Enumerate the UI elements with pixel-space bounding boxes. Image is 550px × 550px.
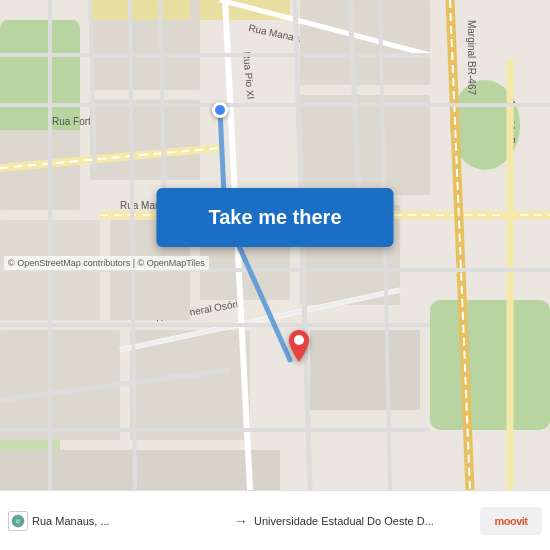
map-container: Rua Manaus Rua Fortaleza Avenida Brasil …: [0, 0, 550, 490]
from-label: Rua Manaus, ...: [32, 515, 110, 527]
park-area-3: [430, 300, 550, 430]
street-label-fortaleza: Rua Fortaleza: [52, 116, 115, 127]
street-label-marginal: Marginal BR-467: [466, 20, 477, 95]
street-label-parana: Rua Paraná: [332, 62, 385, 73]
take-me-there-button[interactable]: Take me there: [156, 188, 393, 247]
moovit-logo: moovit: [480, 507, 542, 535]
svg-text:©: ©: [16, 519, 21, 525]
to-label: Universidade Estadual Do Oeste D...: [254, 515, 434, 527]
destination-marker: [285, 330, 313, 370]
osm-logo: ©: [8, 511, 28, 531]
arrow-icon: →: [234, 513, 248, 529]
map-attribution: © OpenStreetMap contributors | © OpenMap…: [4, 256, 209, 270]
svg-point-39: [294, 335, 304, 345]
from-section: © Rua Manaus, ...: [8, 511, 228, 531]
street-label-avenida-b: Avenida B...: [506, 99, 517, 153]
to-section: Universidade Estadual Do Oeste D...: [254, 515, 474, 527]
bottom-bar: © Rua Manaus, ... → Universidade Estadua…: [0, 490, 550, 550]
origin-marker: [212, 102, 228, 118]
park-area-4: [0, 430, 60, 490]
